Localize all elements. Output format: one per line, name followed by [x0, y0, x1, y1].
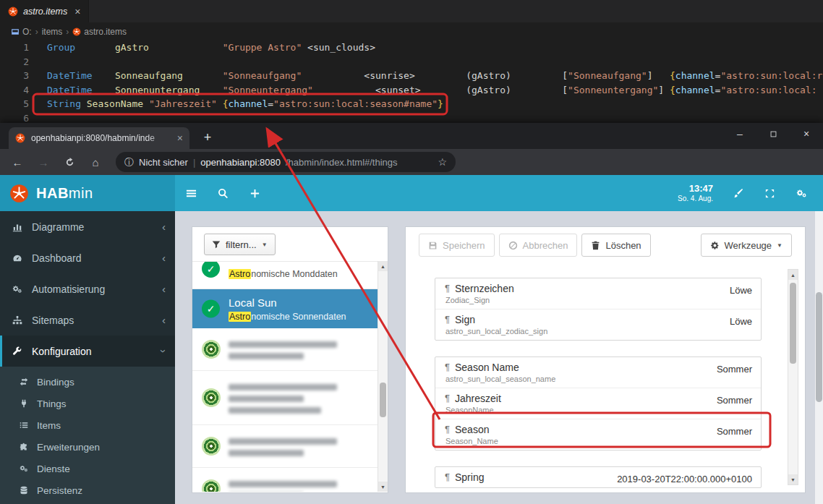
add-button[interactable]: [239, 175, 270, 211]
channel-row-sign[interactable]: ¶Signastro_sun_local_zodiac_signLöwe: [435, 309, 761, 340]
redacted-text-bar: [229, 438, 337, 445]
brush-icon: [733, 188, 743, 199]
drive-icon: [11, 27, 20, 36]
channel-value: Löwe: [730, 316, 752, 327]
delete-button[interactable]: Löschen: [581, 234, 650, 257]
database-icon: [18, 486, 30, 495]
scrollbar-thumb[interactable]: [790, 283, 796, 364]
url-path: /habmin/index.html#/things: [286, 157, 398, 168]
pilcrow-icon: ¶: [445, 424, 450, 435]
info-icon: ⓘ: [124, 158, 134, 167]
separator: |: [193, 157, 195, 168]
back-button[interactable]: ←: [7, 151, 28, 173]
channel-groups: ¶SternzeichenZodiac_SignLöwe¶Signastro_s…: [406, 265, 785, 492]
habmin-logo[interactable]: HABmin: [0, 175, 175, 211]
breadcrumb-item-items[interactable]: items: [42, 27, 63, 37]
screenshot-root: astro.items × O:›items›astro.items 1Grou…: [0, 0, 823, 504]
scrollbar-thumb[interactable]: [816, 292, 822, 402]
thing-list-item-moon[interactable]: ✓Astronomische Monddaten: [192, 262, 378, 289]
sidebar-item-automatisierung[interactable]: Automatisierung‹: [0, 273, 175, 304]
tools-dropdown-button[interactable]: Werkzeuge▼: [701, 234, 792, 257]
channel-row-jahreszeit[interactable]: ¶JahreszeitSeasonNameSommer: [435, 388, 761, 419]
cancel-button[interactable]: Abbrechen: [499, 234, 578, 257]
window-maximize-button[interactable]: [756, 123, 790, 145]
openhab-thing-icon: [202, 479, 221, 492]
channel-group: ¶Spring2019-03-20T22:00:00.000+0100: [435, 466, 762, 488]
scroll-down-arrow[interactable]: ▼: [378, 482, 388, 492]
search-highlight: Astro: [229, 312, 251, 322]
editor-tab-astro-items[interactable]: astro.items ×: [0, 0, 89, 22]
line-number: 2: [0, 55, 29, 69]
browser-tab-title: openhabianpi:8080/habmin/inde: [31, 133, 171, 143]
sidebar-subitem-dienste[interactable]: Dienste: [0, 458, 175, 479]
openhab-file-icon: [8, 7, 18, 17]
channel-label: Sternzeichen: [455, 283, 514, 294]
channel-row-sternzeichen[interactable]: ¶SternzeichenZodiac_SignLöwe: [435, 278, 761, 309]
security-label: Nicht sicher: [139, 157, 188, 168]
scroll-down-arrow[interactable]: ▼: [788, 474, 798, 484]
new-tab-button[interactable]: +: [198, 128, 217, 147]
sidebar-item-diagramme[interactable]: Diagramme‹: [0, 211, 175, 242]
address-bar[interactable]: ⓘ Nicht sicher | openhabianpi:8080/habmi…: [116, 152, 456, 172]
window-close-button[interactable]: ×: [790, 123, 823, 145]
reload-button[interactable]: [59, 151, 80, 173]
sidebar-subitem-bindings[interactable]: Bindings: [0, 371, 175, 393]
detail-scrollbar: ▲ ▼: [788, 269, 798, 485]
home-button[interactable]: ⌂: [85, 151, 106, 173]
code-line-3[interactable]: 3DateTime Sonneaufgang "Sonneaufgang" <s…: [0, 69, 823, 83]
thing-list-item-redacted-5[interactable]: [192, 468, 378, 492]
code-line-5[interactable]: 5String SeasonName "Jahreszeit" {channel…: [0, 97, 823, 111]
search-button[interactable]: [207, 175, 239, 211]
pilcrow-icon: ¶: [445, 471, 450, 483]
sidebar-item-konfiguration[interactable]: Konfiguration›: [0, 336, 175, 367]
channel-row-season[interactable]: ¶SeasonSeason_NameSommer: [435, 419, 761, 450]
chevron-left-icon: ‹: [162, 221, 166, 233]
pilcrow-icon: ¶: [445, 362, 450, 373]
things-panel: filtern... ▼ ✓Astronomische Monddaten✓Lo…: [192, 226, 388, 493]
code-line-6[interactable]: 6: [0, 111, 823, 124]
settings-button[interactable]: [785, 175, 817, 211]
fullscreen-icon: [764, 188, 775, 199]
browser-tab[interactable]: openhabianpi:8080/habmin/inde ×: [9, 127, 189, 149]
scroll-up-arrow[interactable]: ▲: [378, 261, 388, 271]
scroll-up-arrow[interactable]: ▲: [788, 270, 798, 280]
tab-close-icon[interactable]: ×: [177, 132, 183, 144]
line-number: 4: [0, 83, 29, 98]
thing-list-item-local-sun[interactable]: ✓Local SunAstronomische Sonnendaten: [192, 289, 378, 328]
editor-tab-bar: astro.items ×: [0, 0, 823, 22]
thing-list-item-redacted-3[interactable]: [192, 371, 378, 425]
exchange-icon: [18, 377, 30, 386]
channel-row-season-name[interactable]: ¶Season Nameastro_sun_local_season_nameS…: [435, 357, 761, 388]
window-minimize-button[interactable]: –: [723, 123, 756, 145]
detail-toolbar: SpeichernAbbrechenLöschenWerkzeuge▼: [406, 227, 805, 263]
thing-list-item-redacted-2[interactable]: [192, 328, 378, 371]
filter-dropdown-button[interactable]: filtern... ▼: [204, 234, 276, 255]
sidebar-subitem-erweiterungen[interactable]: Erweiterungen: [0, 436, 175, 458]
sidebar-subitem-persistenz[interactable]: Persistenz: [0, 479, 175, 501]
fullscreen-button[interactable]: [754, 175, 785, 211]
sidebar-item-dashboard[interactable]: Dashboard‹: [0, 242, 175, 273]
sidebar-toggle-button[interactable]: [175, 175, 207, 211]
thing-list-item-redacted-4[interactable]: [192, 425, 378, 468]
sidebar-subitem-things[interactable]: Things: [0, 393, 175, 414]
forward-button[interactable]: →: [33, 151, 54, 173]
code-line-1[interactable]: 1Group gAstro "Gruppe Astro" <sun_clouds…: [0, 40, 823, 55]
bookmark-star-icon[interactable]: ☆: [438, 157, 447, 167]
scrollbar-thumb[interactable]: [380, 383, 386, 417]
notifications-button[interactable]: [722, 175, 754, 211]
breadcrumb-item-astro-items[interactable]: astro.items: [72, 27, 127, 37]
close-icon[interactable]: ×: [74, 6, 80, 17]
code-area[interactable]: 1Group gAstro "Gruppe Astro" <sun_clouds…: [0, 40, 823, 123]
channel-value: Sommer: [717, 426, 752, 437]
sidebar-item-sitemaps[interactable]: Sitemaps‹: [0, 304, 175, 336]
sidebar-subitem-items[interactable]: Items: [0, 414, 175, 436]
redacted-text-bar: [229, 341, 337, 348]
save-button[interactable]: Speichern: [419, 234, 495, 257]
channel-group: ¶SternzeichenZodiac_SignLöwe¶Signastro_s…: [435, 278, 762, 341]
code-line-4[interactable]: 4DateTime Sonnenuntergang "Sonneuntergan…: [0, 83, 823, 98]
save-icon: [428, 241, 438, 250]
channel-row-spring[interactable]: ¶Spring2019-03-20T22:00:00.000+0100: [435, 467, 761, 487]
breadcrumb-item-o[interactable]: O:: [11, 27, 32, 37]
code-line-2[interactable]: 2: [0, 55, 823, 69]
check-circle-icon: ✓: [202, 299, 220, 317]
